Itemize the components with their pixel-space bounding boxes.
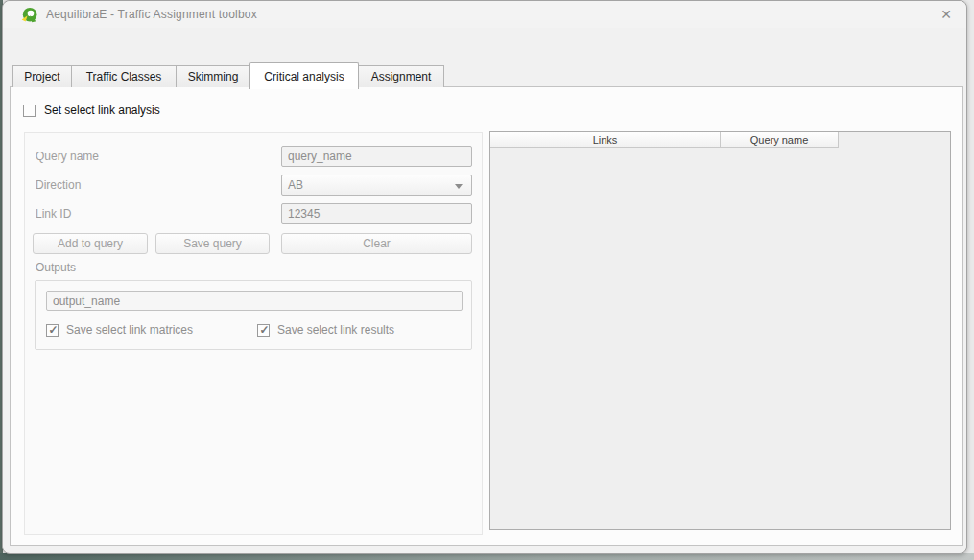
column-header-query-name[interactable]: Query name xyxy=(721,132,839,148)
titlebar: AequilibraE - Traffic Assignment toolbox… xyxy=(3,1,966,28)
save-select-link-matrices-checkbox[interactable] xyxy=(46,324,59,337)
query-name-label: Query name xyxy=(36,150,99,163)
set-select-link-analysis-checkbox[interactable] xyxy=(23,105,36,117)
tab-assignment[interactable]: Assignment xyxy=(358,65,444,87)
query-name-input[interactable] xyxy=(281,146,472,167)
queries-table-body xyxy=(490,148,950,529)
outputs-group-box: Save select link matrices Save select li… xyxy=(35,280,472,350)
save-matrices-row: Save select link matrices xyxy=(46,323,193,337)
link-id-label: Link ID xyxy=(36,207,71,221)
output-name-input[interactable] xyxy=(46,291,463,311)
save-query-button[interactable]: Save query xyxy=(155,233,270,254)
direction-label: Direction xyxy=(36,178,81,192)
tab-bar: Project Traffic Classes Skimming Critica… xyxy=(12,61,444,88)
link-id-input[interactable] xyxy=(281,203,472,224)
qgis-logo-icon xyxy=(21,7,37,23)
set-select-link-analysis-row: Set select link analysis xyxy=(23,104,160,117)
save-select-link-results-label: Save select link results xyxy=(277,323,394,337)
tab-critical-analysis[interactable]: Critical analysis xyxy=(249,62,359,89)
save-select-link-results-checkbox[interactable] xyxy=(257,324,270,337)
save-results-row: Save select link results xyxy=(257,323,394,337)
dialog-window: AequilibraE - Traffic Assignment toolbox… xyxy=(2,0,967,554)
close-icon[interactable]: ✕ xyxy=(936,6,957,23)
outputs-label: Outputs xyxy=(36,261,76,274)
queries-table: Links Query name xyxy=(489,131,951,530)
tab-skimming[interactable]: Skimming xyxy=(176,65,250,87)
direction-select[interactable]: AB xyxy=(281,175,472,196)
chevron-down-icon xyxy=(455,184,463,189)
add-to-query-button[interactable]: Add to query xyxy=(33,233,148,254)
set-select-link-analysis-label: Set select link analysis xyxy=(44,104,160,117)
tab-project[interactable]: Project xyxy=(12,65,72,87)
critical-analysis-pane: Set select link analysis Query name Dire… xyxy=(10,86,963,546)
select-link-form-frame: Query name Direction AB Link ID Add to q… xyxy=(24,132,483,535)
desktop-edge-bottom xyxy=(0,553,974,560)
column-header-links[interactable]: Links xyxy=(490,132,721,148)
tab-traffic-classes[interactable]: Traffic Classes xyxy=(71,65,177,87)
save-select-link-matrices-label: Save select link matrices xyxy=(66,323,193,337)
clear-button[interactable]: Clear xyxy=(281,233,472,254)
queries-table-header: Links Query name xyxy=(490,132,950,148)
direction-selected-value: AB xyxy=(288,178,303,192)
window-title: AequilibraE - Traffic Assignment toolbox xyxy=(46,8,257,21)
